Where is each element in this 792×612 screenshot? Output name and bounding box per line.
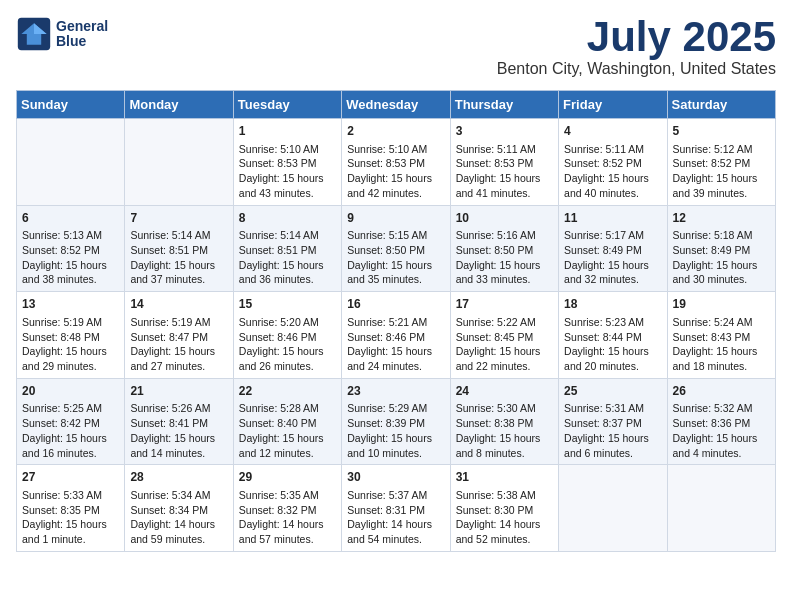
sunrise-text: Sunrise: 5:14 AM <box>130 229 210 241</box>
sunset-text: Sunset: 8:50 PM <box>456 244 534 256</box>
daylight-text: Daylight: 15 hours and 26 minutes. <box>239 345 324 372</box>
day-cell: 8Sunrise: 5:14 AMSunset: 8:51 PMDaylight… <box>233 205 341 292</box>
daylight-text: Daylight: 15 hours and 27 minutes. <box>130 345 215 372</box>
day-number: 24 <box>456 383 553 400</box>
day-number: 17 <box>456 296 553 313</box>
daylight-text: Daylight: 15 hours and 39 minutes. <box>673 172 758 199</box>
sunrise-text: Sunrise: 5:10 AM <box>347 143 427 155</box>
day-number: 2 <box>347 123 444 140</box>
sunset-text: Sunset: 8:51 PM <box>239 244 317 256</box>
daylight-text: Daylight: 15 hours and 24 minutes. <box>347 345 432 372</box>
sunset-text: Sunset: 8:48 PM <box>22 331 100 343</box>
logo: General Blue <box>16 16 108 52</box>
sunset-text: Sunset: 8:42 PM <box>22 417 100 429</box>
sunset-text: Sunset: 8:36 PM <box>673 417 751 429</box>
day-cell: 11Sunrise: 5:17 AMSunset: 8:49 PMDayligh… <box>559 205 667 292</box>
day-cell: 26Sunrise: 5:32 AMSunset: 8:36 PMDayligh… <box>667 378 775 465</box>
day-cell: 18Sunrise: 5:23 AMSunset: 8:44 PMDayligh… <box>559 292 667 379</box>
sunrise-text: Sunrise: 5:15 AM <box>347 229 427 241</box>
sunrise-text: Sunrise: 5:12 AM <box>673 143 753 155</box>
day-cell <box>559 465 667 552</box>
day-number: 5 <box>673 123 770 140</box>
day-cell: 30Sunrise: 5:37 AMSunset: 8:31 PMDayligh… <box>342 465 450 552</box>
day-cell <box>125 119 233 206</box>
daylight-text: Daylight: 15 hours and 32 minutes. <box>564 259 649 286</box>
sunrise-text: Sunrise: 5:37 AM <box>347 489 427 501</box>
logo-line1: General <box>56 19 108 34</box>
week-row-3: 13Sunrise: 5:19 AMSunset: 8:48 PMDayligh… <box>17 292 776 379</box>
month-title: July 2025 <box>497 16 776 58</box>
daylight-text: Daylight: 15 hours and 6 minutes. <box>564 432 649 459</box>
sunset-text: Sunset: 8:37 PM <box>564 417 642 429</box>
day-number: 1 <box>239 123 336 140</box>
sunset-text: Sunset: 8:34 PM <box>130 504 208 516</box>
day-number: 21 <box>130 383 227 400</box>
day-cell: 31Sunrise: 5:38 AMSunset: 8:30 PMDayligh… <box>450 465 558 552</box>
sunset-text: Sunset: 8:52 PM <box>22 244 100 256</box>
day-cell: 28Sunrise: 5:34 AMSunset: 8:34 PMDayligh… <box>125 465 233 552</box>
daylight-text: Daylight: 15 hours and 40 minutes. <box>564 172 649 199</box>
sunrise-text: Sunrise: 5:29 AM <box>347 402 427 414</box>
sunset-text: Sunset: 8:40 PM <box>239 417 317 429</box>
daylight-text: Daylight: 15 hours and 36 minutes. <box>239 259 324 286</box>
sunset-text: Sunset: 8:46 PM <box>239 331 317 343</box>
day-number: 22 <box>239 383 336 400</box>
sunrise-text: Sunrise: 5:24 AM <box>673 316 753 328</box>
day-cell: 21Sunrise: 5:26 AMSunset: 8:41 PMDayligh… <box>125 378 233 465</box>
day-number: 12 <box>673 210 770 227</box>
week-row-1: 1Sunrise: 5:10 AMSunset: 8:53 PMDaylight… <box>17 119 776 206</box>
week-row-2: 6Sunrise: 5:13 AMSunset: 8:52 PMDaylight… <box>17 205 776 292</box>
sunrise-text: Sunrise: 5:38 AM <box>456 489 536 501</box>
sunset-text: Sunset: 8:49 PM <box>564 244 642 256</box>
daylight-text: Daylight: 15 hours and 33 minutes. <box>456 259 541 286</box>
sunrise-text: Sunrise: 5:34 AM <box>130 489 210 501</box>
day-number: 11 <box>564 210 661 227</box>
day-number: 8 <box>239 210 336 227</box>
sunrise-text: Sunrise: 5:28 AM <box>239 402 319 414</box>
location-title: Benton City, Washington, United States <box>497 60 776 78</box>
daylight-text: Daylight: 15 hours and 43 minutes. <box>239 172 324 199</box>
sunrise-text: Sunrise: 5:14 AM <box>239 229 319 241</box>
sunrise-text: Sunrise: 5:18 AM <box>673 229 753 241</box>
daylight-text: Daylight: 15 hours and 14 minutes. <box>130 432 215 459</box>
day-cell: 25Sunrise: 5:31 AMSunset: 8:37 PMDayligh… <box>559 378 667 465</box>
sunset-text: Sunset: 8:38 PM <box>456 417 534 429</box>
sunset-text: Sunset: 8:41 PM <box>130 417 208 429</box>
day-cell: 5Sunrise: 5:12 AMSunset: 8:52 PMDaylight… <box>667 119 775 206</box>
sunrise-text: Sunrise: 5:22 AM <box>456 316 536 328</box>
day-cell: 23Sunrise: 5:29 AMSunset: 8:39 PMDayligh… <box>342 378 450 465</box>
daylight-text: Daylight: 14 hours and 59 minutes. <box>130 518 215 545</box>
daylight-text: Daylight: 14 hours and 57 minutes. <box>239 518 324 545</box>
page-header: General Blue July 2025 Benton City, Wash… <box>16 16 776 78</box>
sunrise-text: Sunrise: 5:13 AM <box>22 229 102 241</box>
logo-text: General Blue <box>56 19 108 50</box>
weekday-header-monday: Monday <box>125 91 233 119</box>
day-number: 15 <box>239 296 336 313</box>
title-block: July 2025 Benton City, Washington, Unite… <box>497 16 776 78</box>
day-number: 19 <box>673 296 770 313</box>
sunrise-text: Sunrise: 5:30 AM <box>456 402 536 414</box>
day-number: 3 <box>456 123 553 140</box>
day-cell: 27Sunrise: 5:33 AMSunset: 8:35 PMDayligh… <box>17 465 125 552</box>
sunset-text: Sunset: 8:47 PM <box>130 331 208 343</box>
daylight-text: Daylight: 15 hours and 42 minutes. <box>347 172 432 199</box>
weekday-header-tuesday: Tuesday <box>233 91 341 119</box>
sunset-text: Sunset: 8:53 PM <box>456 157 534 169</box>
sunrise-text: Sunrise: 5:21 AM <box>347 316 427 328</box>
day-number: 25 <box>564 383 661 400</box>
day-cell <box>667 465 775 552</box>
sunrise-text: Sunrise: 5:19 AM <box>130 316 210 328</box>
day-number: 6 <box>22 210 119 227</box>
sunrise-text: Sunrise: 5:26 AM <box>130 402 210 414</box>
sunset-text: Sunset: 8:39 PM <box>347 417 425 429</box>
day-cell: 3Sunrise: 5:11 AMSunset: 8:53 PMDaylight… <box>450 119 558 206</box>
day-cell: 2Sunrise: 5:10 AMSunset: 8:53 PMDaylight… <box>342 119 450 206</box>
day-number: 4 <box>564 123 661 140</box>
day-number: 28 <box>130 469 227 486</box>
sunset-text: Sunset: 8:46 PM <box>347 331 425 343</box>
sunrise-text: Sunrise: 5:31 AM <box>564 402 644 414</box>
daylight-text: Daylight: 14 hours and 52 minutes. <box>456 518 541 545</box>
sunset-text: Sunset: 8:44 PM <box>564 331 642 343</box>
sunrise-text: Sunrise: 5:20 AM <box>239 316 319 328</box>
sunrise-text: Sunrise: 5:25 AM <box>22 402 102 414</box>
